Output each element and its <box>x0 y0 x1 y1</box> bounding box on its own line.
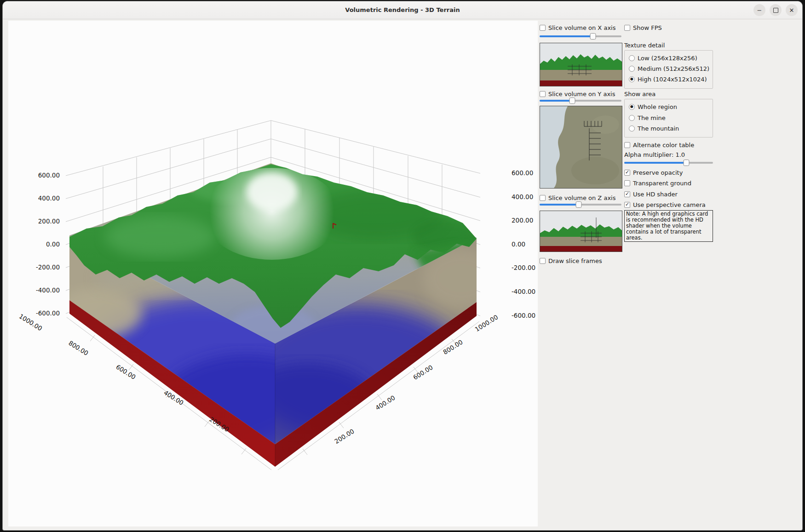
checkbox-label: Preserve opacity <box>633 169 683 176</box>
radio-texture-medium[interactable]: Medium (512x256x512) <box>629 65 709 72</box>
slice-y-checkbox[interactable]: Slice volume on Y axis <box>540 90 615 97</box>
z-axis-tick: 600.00 <box>412 363 434 381</box>
radio-the-mine[interactable]: The mine <box>629 114 666 121</box>
y-axis-tick: -400.00 <box>36 286 60 294</box>
slice-x-checkbox[interactable]: Slice volume on X axis <box>540 24 615 31</box>
check-icon: ✓ <box>625 191 629 196</box>
radio-label: The mountain <box>638 125 679 132</box>
radio-the-mountain[interactable]: The mountain <box>629 125 679 132</box>
check-icon: ✓ <box>625 170 629 175</box>
checkbox-label: Slice volume on Z axis <box>548 194 615 201</box>
checkbox-box <box>540 258 546 264</box>
checkbox-box <box>624 142 630 148</box>
slider-handle[interactable] <box>569 97 575 104</box>
transparent-ground-checkbox[interactable]: Transparent ground <box>624 179 691 187</box>
radio-label: Low (256x128x256) <box>638 55 697 62</box>
radio-whole-region[interactable]: ● Whole region <box>629 103 677 110</box>
radio-circle <box>629 66 635 72</box>
radio-label: Whole region <box>638 103 677 110</box>
checkbox-label: Alternate color table <box>633 142 694 149</box>
y-slice-preview <box>540 106 622 189</box>
checkbox-box: ✓ <box>624 202 630 208</box>
slider-fill <box>540 100 572 102</box>
maximize-button[interactable] <box>770 4 782 16</box>
radio-circle: ● <box>629 76 635 82</box>
preserve-opacity-checkbox[interactable]: ✓ Preserve opacity <box>624 169 683 176</box>
alternate-color-table-checkbox[interactable]: Alternate color table <box>624 141 694 149</box>
draw-slice-frames-checkbox[interactable]: Draw slice frames <box>540 257 602 264</box>
checkbox-label: Transparent ground <box>633 180 691 187</box>
checkbox-label: Slice volume on X axis <box>548 24 615 31</box>
slider-fill <box>540 204 579 206</box>
3d-graph-viewport[interactable]: 600.00 400.00 200.00 0.00 -200.00 -400.0… <box>8 21 538 526</box>
checkbox-box <box>540 91 546 97</box>
slider-fill <box>540 35 593 37</box>
show-fps-checkbox[interactable]: Show FPS <box>624 24 662 31</box>
volumetric-render: 600.00 400.00 200.00 0.00 -200.00 -400.0… <box>8 21 538 474</box>
radio-texture-high[interactable]: ● High (1024x512x1024) <box>629 75 707 83</box>
minimize-button[interactable]: − <box>753 4 765 16</box>
slider-handle[interactable] <box>684 160 690 166</box>
alpha-multiplier-label: Alpha multiplier: 1.0 <box>624 151 685 158</box>
y-axis-tick: 0.00 <box>512 240 525 248</box>
radio-circle: ● <box>629 104 635 110</box>
slice-z-slider[interactable] <box>540 201 621 208</box>
y-axis-tick: -600.00 <box>512 312 535 319</box>
x-axis-tick: 600.00 <box>115 363 137 381</box>
radio-label: The mine <box>638 114 666 121</box>
y-axis-tick: 200.00 <box>512 217 533 224</box>
checkbox-label: Slice volume on Y axis <box>548 91 615 97</box>
radio-circle <box>629 55 635 61</box>
z-axis-tick: 1000.00 <box>473 313 499 333</box>
z-axis-tick: 200.00 <box>333 427 356 445</box>
app-window: Volumetric Rendering - 3D Terrain − ✕ <box>2 1 803 531</box>
checkbox-label: Use perspective camera <box>633 201 706 208</box>
y-axis-tick: 400.00 <box>512 193 533 200</box>
titlebar[interactable]: Volumetric Rendering - 3D Terrain − ✕ <box>3 1 802 19</box>
window-title: Volumetric Rendering - 3D Terrain <box>3 1 802 19</box>
alpha-multiplier-slider[interactable] <box>624 159 713 166</box>
close-button[interactable]: ✕ <box>786 4 798 16</box>
checkbox-box <box>540 25 546 31</box>
checkbox-box: ✓ <box>624 170 630 176</box>
radio-label: High (1024x512x1024) <box>638 76 707 83</box>
control-panel: Slice volume on X axis Slice volume on Y… <box>539 21 800 526</box>
slice-y-slider[interactable] <box>540 97 621 104</box>
checkbox-label: Draw slice frames <box>548 257 602 264</box>
y-axis-tick: -200.00 <box>36 263 60 271</box>
slider-fill <box>624 162 686 164</box>
slider-handle[interactable] <box>590 33 596 40</box>
check-icon: ✓ <box>625 202 629 207</box>
use-perspective-camera-checkbox[interactable]: ✓ Use perspective camera <box>624 201 706 208</box>
close-icon: ✕ <box>789 7 794 13</box>
maximize-icon <box>773 8 778 13</box>
x-axis-tick: 800.00 <box>67 339 90 357</box>
checkbox-box <box>540 195 546 201</box>
checkbox-label: Show FPS <box>633 24 662 31</box>
radio-texture-low[interactable]: Low (256x128x256) <box>629 54 697 62</box>
screen: Volumetric Rendering - 3D Terrain − ✕ <box>0 0 805 532</box>
note-text: Note: A high end graphics card is recomm… <box>624 210 713 242</box>
radio-circle <box>629 126 635 132</box>
slice-x-slider[interactable] <box>540 33 621 40</box>
checkbox-box <box>624 180 630 186</box>
checkbox-label: Use HD shader <box>633 191 678 198</box>
show-area-title: Show area <box>624 91 656 97</box>
y-axis-tick: 600.00 <box>512 169 533 177</box>
radio-dot: ● <box>630 77 633 81</box>
y-axis-tick: 600.00 <box>38 172 60 179</box>
radio-circle <box>629 115 635 121</box>
slider-handle[interactable] <box>576 201 582 208</box>
slice-z-checkbox[interactable]: Slice volume on Z axis <box>540 194 615 201</box>
radio-label: Medium (512x256x512) <box>638 65 709 72</box>
y-axis-tick: -400.00 <box>512 288 535 295</box>
mine-tunnels-icon <box>568 64 592 75</box>
z-slice-preview <box>540 211 622 252</box>
use-hd-shader-checkbox[interactable]: ✓ Use HD shader <box>624 190 678 198</box>
minimize-icon: − <box>757 7 762 13</box>
y-axis-tick: 400.00 <box>38 194 60 202</box>
y-axis-tick: -600.00 <box>36 309 60 317</box>
y-axis-tick: -200.00 <box>512 264 535 271</box>
checkbox-box: ✓ <box>624 191 630 197</box>
x-slice-preview <box>540 43 622 86</box>
